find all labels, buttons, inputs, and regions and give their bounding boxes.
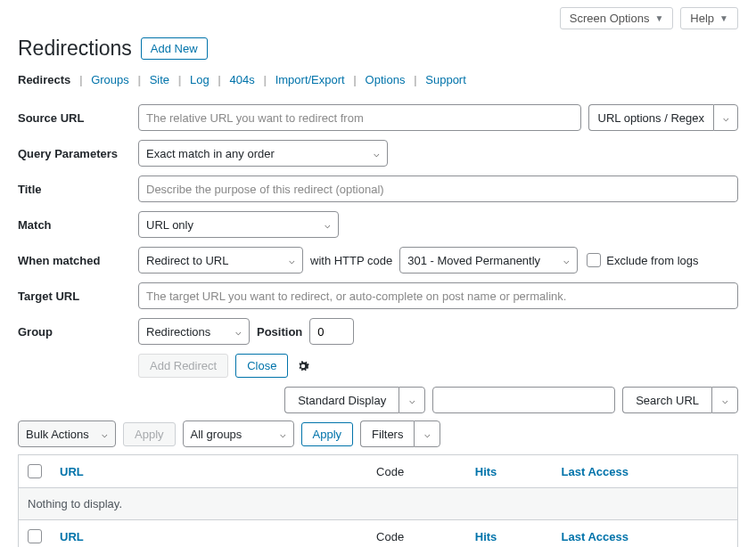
target-url-label: Target URL — [18, 290, 138, 303]
caret-down-icon: ▼ — [719, 13, 728, 23]
display-mode-caret[interactable]: ⌵ — [399, 387, 425, 413]
chevron-down-icon: ⌵ — [563, 255, 570, 266]
col-hits-footer[interactable]: Hits — [475, 530, 497, 543]
target-url-input[interactable] — [138, 282, 738, 309]
redirects-table: URL Code Hits Last Access Nothing to dis… — [18, 454, 738, 547]
select-value: 301 - Moved Permanently — [407, 254, 540, 267]
query-params-label: Query Parameters — [18, 147, 138, 160]
filters-caret[interactable]: ⌵ — [414, 420, 440, 447]
col-url-footer[interactable]: URL — [60, 530, 84, 543]
match-label: Match — [18, 218, 138, 232]
col-last-access-footer[interactable]: Last Access — [562, 530, 629, 543]
tab-groups[interactable]: Groups — [91, 73, 129, 86]
empty-row: Nothing to display. — [19, 488, 738, 520]
query-params-select[interactable]: Exact match in any order ⌵ — [138, 140, 388, 167]
position-input[interactable] — [309, 318, 354, 345]
chevron-down-icon: ⌵ — [723, 112, 729, 124]
exclude-logs-checkbox[interactable] — [587, 253, 601, 267]
tab-site[interactable]: Site — [150, 73, 169, 86]
http-code-label: with HTTP code — [310, 254, 392, 267]
label: Screen Options — [570, 12, 650, 25]
search-url-caret[interactable]: ⌵ — [711, 387, 738, 413]
title-label: Title — [18, 183, 138, 196]
group-label: Group — [18, 325, 138, 339]
position-label: Position — [257, 325, 302, 339]
chevron-down-icon: ⌵ — [235, 326, 242, 338]
filters-button[interactable]: Filters — [360, 420, 414, 447]
chevron-down-icon: ⌵ — [280, 429, 286, 440]
chevron-down-icon: ⌵ — [102, 429, 108, 440]
tab-redirects-active[interactable]: Redirects — [18, 73, 70, 86]
col-code-footer: Code — [367, 520, 466, 548]
url-options-caret[interactable]: ⌵ — [713, 104, 738, 131]
select-value: Redirect to URL — [146, 254, 228, 267]
subnav: Redirects | Groups | Site | Log | 404s |… — [18, 73, 738, 86]
all-groups-select[interactable]: All groups ⌵ — [183, 420, 294, 447]
apply-bulk-button[interactable]: Apply — [123, 422, 176, 446]
tab-import-export[interactable]: Import/Export — [275, 73, 345, 86]
select-all-checkbox-footer[interactable] — [28, 529, 42, 543]
display-mode-button[interactable]: Standard Display — [284, 387, 399, 413]
chevron-down-icon: ⌵ — [289, 255, 295, 266]
tab-404s[interactable]: 404s — [230, 73, 255, 86]
chevron-down-icon: ⌵ — [374, 148, 380, 159]
col-url[interactable]: URL — [60, 465, 84, 478]
exclude-logs-label: Exclude from logs — [606, 254, 698, 267]
tab-log[interactable]: Log — [190, 73, 210, 86]
chevron-down-icon: ⌵ — [424, 429, 431, 440]
title-input[interactable] — [138, 176, 738, 202]
tab-support[interactable]: Support — [425, 73, 466, 86]
add-new-button[interactable]: Add New — [141, 37, 208, 60]
select-all-checkbox[interactable] — [28, 464, 42, 478]
col-last-access[interactable]: Last Access — [562, 465, 629, 478]
help-button[interactable]: Help ▼ — [680, 7, 738, 29]
search-url-button[interactable]: Search URL — [622, 387, 711, 413]
screen-options-button[interactable]: Screen Options ▼ — [560, 7, 674, 29]
bulk-actions-select[interactable]: Bulk Actions ⌵ — [18, 420, 116, 447]
search-input[interactable] — [432, 387, 615, 413]
when-matched-select[interactable]: Redirect to URL ⌵ — [138, 247, 303, 274]
select-value: URL only — [146, 218, 193, 232]
select-value: All groups — [191, 428, 242, 441]
col-code: Code — [367, 455, 466, 488]
apply-filter-button[interactable]: Apply — [301, 422, 354, 446]
close-button[interactable]: Close — [235, 354, 288, 378]
match-select[interactable]: URL only ⌵ — [138, 211, 339, 238]
group-select[interactable]: Redirections ⌵ — [138, 318, 250, 345]
add-redirect-button: Add Redirect — [138, 354, 228, 378]
source-url-input[interactable] — [138, 104, 581, 131]
caret-down-icon: ▼ — [654, 13, 663, 23]
chevron-down-icon: ⌵ — [325, 219, 331, 231]
http-code-select[interactable]: 301 - Moved Permanently ⌵ — [399, 247, 578, 274]
select-value: Bulk Actions — [26, 428, 89, 441]
chevron-down-icon: ⌵ — [722, 395, 728, 406]
chevron-down-icon: ⌵ — [409, 395, 415, 406]
col-hits[interactable]: Hits — [475, 465, 497, 478]
url-options-button[interactable]: URL options / Regex — [588, 104, 713, 131]
label: Help — [690, 12, 714, 25]
when-matched-label: When matched — [18, 254, 138, 267]
gear-icon[interactable] — [295, 358, 311, 374]
select-value: Redirections — [146, 325, 210, 339]
source-url-label: Source URL — [18, 111, 138, 125]
select-value: Exact match in any order — [146, 147, 275, 160]
page-title: Redirections — [18, 37, 132, 61]
tab-options[interactable]: Options — [366, 73, 406, 86]
